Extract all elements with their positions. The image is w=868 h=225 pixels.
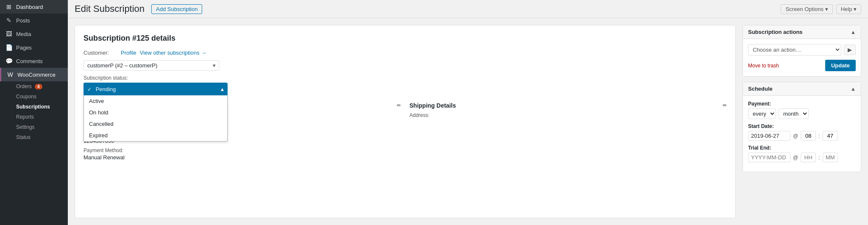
start-hour-input[interactable] bbox=[801, 131, 816, 141]
payment-field: Payment: every month week year day bbox=[748, 101, 856, 119]
option-label: On hold bbox=[89, 109, 108, 116]
payment-label: Payment: bbox=[748, 101, 856, 107]
sidebar-item-media[interactable]: 🖼 Media bbox=[0, 27, 68, 41]
action-arrow-button[interactable]: ▶ bbox=[844, 44, 856, 55]
woo-icon: W bbox=[6, 71, 14, 78]
customer-select-row: customerP (#2 – customerP) ▾ bbox=[83, 60, 727, 71]
sidebar-subitem-status[interactable]: Status bbox=[0, 132, 68, 142]
sidebar-item-label: WooCommerce bbox=[17, 72, 56, 78]
start-date-label: Start Date: bbox=[748, 123, 856, 129]
status-dropdown-options: Active On hold Cancelled Expired bbox=[83, 95, 228, 142]
orders-badge: 4 bbox=[35, 84, 42, 89]
trial-date-input[interactable] bbox=[748, 153, 790, 162]
customer-row: Customer: Profile View other subscriptio… bbox=[83, 50, 727, 56]
orders-label: Orders bbox=[16, 83, 32, 89]
customer-select-wrapper: customerP (#2 – customerP) ▾ bbox=[83, 60, 219, 71]
coupons-label: Coupons bbox=[16, 94, 36, 100]
sidebar-subitem-orders[interactable]: Orders 4 bbox=[0, 81, 68, 92]
subscriptions-label: Subscriptions bbox=[16, 104, 50, 110]
sidebar-item-pages[interactable]: 📄 Pages bbox=[0, 41, 68, 54]
start-minute-input[interactable] bbox=[823, 131, 838, 141]
status-option-expired[interactable]: Expired bbox=[84, 130, 227, 141]
action-row: Choose an action… ▶ bbox=[748, 44, 856, 56]
shipping-edit-icon[interactable]: ✏ bbox=[723, 103, 727, 108]
sidebar-subitem-coupons[interactable]: Coupons bbox=[0, 92, 68, 102]
schedule-collapse-icon[interactable]: ▲ bbox=[851, 86, 856, 92]
comments-icon: 💬 bbox=[5, 58, 13, 64]
action-select[interactable]: Choose an action… bbox=[748, 44, 841, 56]
customer-select[interactable]: customerP (#2 – customerP) bbox=[83, 60, 219, 71]
option-label: Expired bbox=[89, 132, 108, 139]
dashboard-icon: ⊞ bbox=[5, 3, 13, 10]
status-dropdown-wrapper: ✓ Pending ▴ Active On hold Cancelled bbox=[83, 83, 727, 95]
sidebar-item-label: Comments bbox=[16, 58, 43, 64]
schedule-title: Schedule bbox=[748, 86, 773, 92]
sidebar-item-label: Pages bbox=[16, 44, 32, 51]
trial-end-field: Trial End: @ : bbox=[748, 145, 856, 162]
sidebar-item-posts[interactable]: ✎ Posts bbox=[0, 14, 68, 27]
status-option-on-hold[interactable]: On hold bbox=[84, 107, 227, 118]
sidebar-item-woocommerce[interactable]: W WooCommerce bbox=[0, 68, 68, 81]
status-label: Status bbox=[16, 134, 31, 140]
posts-icon: ✎ bbox=[5, 17, 13, 24]
reports-label: Reports bbox=[16, 114, 34, 120]
status-select-box[interactable]: ✓ Pending ▴ bbox=[83, 83, 228, 95]
option-label: Cancelled bbox=[89, 121, 114, 127]
option-label: Active bbox=[89, 98, 104, 104]
checkmark-icon: ✓ bbox=[87, 86, 92, 92]
billing-payment-value: Manual Renewal bbox=[83, 154, 401, 161]
trial-hour-input[interactable] bbox=[801, 153, 816, 162]
period-select[interactable]: month week year day bbox=[779, 108, 809, 119]
main-panel: Subscription #125 details Customer: Prof… bbox=[75, 25, 736, 218]
subscription-actions-section: Subscription actions ▲ Choose an action…… bbox=[743, 25, 861, 77]
customer-label: Customer: bbox=[83, 50, 117, 56]
trial-colon: : bbox=[818, 154, 820, 161]
trial-at-label: @ bbox=[793, 155, 798, 161]
sidebar-subitem-reports[interactable]: Reports bbox=[0, 112, 68, 122]
sidebar-subitem-settings[interactable]: Settings bbox=[0, 122, 68, 132]
shipping-address-label: Address: bbox=[409, 112, 727, 118]
shipping-title: Shipping Details ✏ bbox=[409, 102, 727, 109]
subscription-section-title: Subscription #125 details bbox=[83, 34, 727, 43]
every-select[interactable]: every bbox=[748, 108, 776, 119]
time-colon: : bbox=[818, 133, 820, 139]
status-option-active[interactable]: Active bbox=[84, 95, 227, 107]
profile-link[interactable]: Profile bbox=[121, 50, 136, 56]
top-bar: Edit Subscription Add Subscription Scree… bbox=[68, 0, 868, 18]
sidebar-item-label: Media bbox=[16, 31, 31, 37]
pages-icon: 📄 bbox=[5, 44, 13, 51]
view-other-subscriptions-link[interactable]: View other subscriptions → bbox=[140, 50, 206, 56]
start-date-row: @ : bbox=[748, 131, 856, 141]
settings-label: Settings bbox=[16, 124, 34, 130]
billing-edit-icon[interactable]: ✏ bbox=[397, 103, 401, 108]
shipping-section: Shipping Details ✏ Address: bbox=[409, 102, 727, 164]
start-date-input[interactable] bbox=[748, 131, 790, 141]
screen-options-button[interactable]: Screen Options ▾ bbox=[781, 4, 832, 14]
help-button[interactable]: Help ▾ bbox=[836, 4, 861, 14]
status-option-cancelled[interactable]: Cancelled bbox=[84, 118, 227, 130]
media-icon: 🖼 bbox=[5, 31, 13, 37]
collapse-arrow-icon[interactable]: ▲ bbox=[851, 29, 856, 35]
subscription-actions-title: Subscription actions bbox=[748, 29, 803, 35]
schedule-section: Schedule ▲ Payment: every month bbox=[743, 82, 861, 172]
payment-row: every month week year day bbox=[748, 108, 856, 119]
add-subscription-button[interactable]: Add Subscription bbox=[151, 4, 202, 14]
start-date-field: Start Date: @ : bbox=[748, 123, 856, 141]
dropdown-arrow-icon: ▴ bbox=[221, 86, 224, 92]
top-bar-right: Screen Options ▾ Help ▾ bbox=[781, 4, 861, 14]
trial-end-label: Trial End: bbox=[748, 145, 856, 151]
sidebar-item-label: Posts bbox=[16, 17, 30, 24]
trial-minute-input[interactable] bbox=[823, 153, 838, 162]
right-panel: Subscription actions ▲ Choose an action…… bbox=[743, 25, 861, 218]
sidebar-subitem-subscriptions[interactable]: Subscriptions bbox=[0, 102, 68, 112]
schedule-header: Schedule ▲ bbox=[743, 82, 861, 96]
trial-end-row: @ : bbox=[748, 153, 856, 162]
move-to-trash-link[interactable]: Move to trash bbox=[748, 63, 779, 69]
sidebar-item-dashboard[interactable]: ⊞ Dashboard bbox=[0, 0, 68, 14]
subscription-actions-header: Subscription actions ▲ bbox=[743, 25, 861, 39]
sidebar-item-comments[interactable]: 💬 Comments bbox=[0, 54, 68, 68]
update-button[interactable]: Update bbox=[825, 60, 856, 71]
subscription-actions-body: Choose an action… ▶ Move to trash Update bbox=[743, 39, 861, 76]
billing-payment-label: Payment Method: bbox=[83, 147, 401, 153]
start-at-label: @ bbox=[793, 133, 798, 139]
